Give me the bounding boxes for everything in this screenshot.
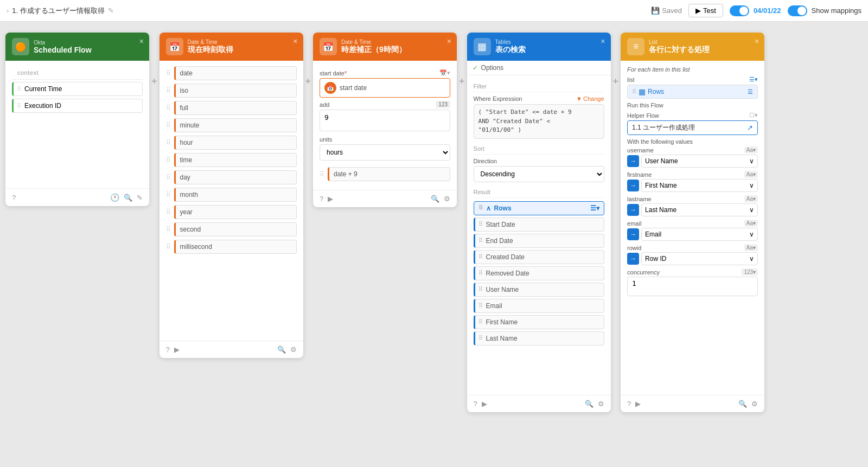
list-rows-input[interactable]: ⠿ ▦ Rows ☰: [627, 85, 758, 99]
check-icon: ✓: [473, 64, 478, 72]
mapping-lastname: lastname Aa▾ → Last Name ∨: [627, 195, 758, 216]
email-label: Email: [486, 302, 502, 310]
add-value-input[interactable]: 9: [320, 110, 450, 131]
field-box-date: date: [174, 66, 297, 80]
mapping-email: email Aa▾ → Email ∨: [627, 220, 758, 241]
help-icon-dt1[interactable]: ?: [166, 346, 170, 354]
end-date-label: End Date: [486, 237, 513, 245]
datetime2-icon: 📅: [320, 38, 337, 55]
filter-icon: ▼: [576, 95, 582, 102]
drag-hour: ⠿: [166, 139, 171, 146]
list-close-icon[interactable]: ×: [755, 37, 759, 46]
mapping-lastname-dropdown[interactable]: Last Name ∨: [641, 203, 758, 216]
help-icon-dt2[interactable]: ?: [320, 195, 323, 203]
date-orange-icon: 📅: [324, 82, 336, 94]
removed-date-label: Removed Date: [486, 270, 529, 277]
help-icon-tables[interactable]: ?: [474, 400, 477, 408]
datetime1-title: 現在時刻取得: [188, 45, 233, 55]
result-email: ⠿ Email: [474, 299, 604, 313]
field-month: ⠿ month: [166, 188, 297, 202]
date-badge: 04/01/22: [754, 7, 781, 15]
concurrency-input[interactable]: 1: [627, 277, 758, 296]
mappings-toggle[interactable]: [788, 5, 807, 16]
drag-icon: ⠿: [17, 86, 21, 93]
search-icon-dt1[interactable]: 🔍: [277, 346, 286, 354]
datetime1-footer: ? ▶ 🔍 ⚙: [159, 341, 303, 358]
help-icon-list[interactable]: ?: [627, 400, 631, 408]
first-name-label: First Name: [486, 318, 518, 326]
search-icon-list[interactable]: 🔍: [738, 400, 747, 408]
filter-section-divider: Filter: [474, 81, 604, 92]
search-icon-dt2[interactable]: 🔍: [431, 195, 439, 203]
direction-label: Direction: [474, 158, 604, 164]
tables-close-icon[interactable]: ×: [601, 37, 605, 46]
gear-icon-tables[interactable]: ⚙: [598, 400, 604, 408]
tables-title: 表の検索: [495, 45, 526, 55]
play-icon-list[interactable]: ▶: [635, 400, 641, 408]
drag-result: ⠿: [320, 170, 324, 178]
plus-connector-1[interactable]: +: [149, 76, 159, 87]
okta-card-body: context ⠿ Current Time ⠿ Execution ID: [5, 61, 149, 188]
search-icon-tables[interactable]: 🔍: [585, 400, 593, 408]
help-icon[interactable]: ?: [12, 194, 16, 202]
drag-day: ⠿: [166, 174, 171, 181]
play-icon-tables[interactable]: ▶: [482, 400, 487, 408]
datetime1-close-icon[interactable]: ×: [293, 37, 297, 46]
date-toggle-group: 04/01/22: [730, 5, 781, 16]
where-expr-label: Where Expression: [474, 95, 522, 102]
sort-section-divider: Sort: [474, 143, 604, 155]
okta-card: 🟠 Okta Scheduled Flow × context ⠿ Curren…: [5, 33, 149, 206]
list-header: ≡ List 各行に対する処理 ×: [621, 33, 764, 61]
datetime2-close-icon[interactable]: ×: [447, 37, 451, 46]
external-link-icon[interactable]: ↗: [747, 124, 753, 132]
plus-connector-4[interactable]: +: [611, 76, 621, 87]
helper-flow-value-row[interactable]: 1.1 ユーザー作成処理 ↗: [627, 120, 758, 135]
field-box-minute: minute: [174, 118, 297, 132]
start-date-input[interactable]: 📅 start date: [320, 78, 450, 98]
list-body: For each item in this list list ☰▾ ⠿ ▦ R…: [621, 61, 764, 395]
list-options-icon[interactable]: ☰▾: [749, 76, 758, 83]
mapping-lastname-label: lastname Aa▾: [627, 195, 758, 202]
mapping-firstname-dropdown[interactable]: First Name ∨: [641, 179, 758, 192]
rows-value-label: Rows: [648, 88, 664, 95]
mapping-rowid-arrow: →: [627, 253, 639, 265]
gear-icon-list[interactable]: ⚙: [751, 400, 758, 408]
helper-flow-options-icon[interactable]: ☐▾: [749, 112, 758, 119]
change-button[interactable]: ▼ Change: [576, 95, 604, 102]
plus-connector-3[interactable]: +: [457, 76, 467, 87]
mapping-email-dropdown[interactable]: Email ∨: [641, 228, 758, 241]
date-toggle[interactable]: [730, 5, 749, 16]
direction-select[interactable]: Descending: [474, 166, 604, 182]
result-created-date: ⠿ Created Date: [474, 250, 604, 264]
context-execution-id-label: Execution ID: [24, 102, 61, 110]
play-icon-dt1[interactable]: ▶: [174, 346, 180, 354]
edit-icon-footer[interactable]: ✎: [137, 194, 143, 202]
play-icon: ▶: [695, 7, 701, 15]
where-expression-value: ( "Start Date" <= date + 9AND "Created D…: [474, 104, 604, 139]
mapping-rowid-dropdown[interactable]: Row ID ∨: [641, 252, 758, 265]
field-box-hour: hour: [174, 136, 297, 150]
mapping-email-arrow: →: [627, 228, 639, 240]
list-detail-icon[interactable]: ☰▾: [590, 204, 599, 212]
gear-icon-dt2[interactable]: ⚙: [444, 195, 450, 203]
drag-icon-2: ⠿: [17, 103, 21, 110]
result-date-field: ⠿ date + 9: [320, 167, 450, 181]
search-icon[interactable]: 🔍: [124, 194, 132, 202]
datetime2-body: start date * 📅▾ 📅 start date add 123 9 u…: [313, 61, 457, 190]
tables-icon: ▦: [474, 38, 491, 55]
mapping-username-dropdown[interactable]: User Name ∨: [641, 155, 758, 168]
result-end-date: ⠿ End Date: [474, 234, 604, 248]
okta-close-icon[interactable]: ×: [139, 37, 144, 46]
test-button[interactable]: ▶ Test: [688, 4, 723, 17]
history-icon[interactable]: 🕐: [110, 193, 119, 202]
field-box-time: time: [174, 153, 297, 167]
okta-title: Scheduled Flow: [34, 46, 92, 54]
units-select[interactable]: hours: [320, 144, 450, 161]
drag-last-name: ⠿: [478, 335, 483, 342]
gear-icon-dt1[interactable]: ⚙: [290, 346, 297, 354]
edit-icon[interactable]: ✎: [108, 7, 114, 15]
calendar-picker-icon[interactable]: 📅▾: [439, 69, 450, 76]
field-minute: ⠿ minute: [166, 118, 297, 132]
play-icon-dt2[interactable]: ▶: [328, 195, 333, 203]
plus-connector-2[interactable]: +: [303, 76, 314, 87]
